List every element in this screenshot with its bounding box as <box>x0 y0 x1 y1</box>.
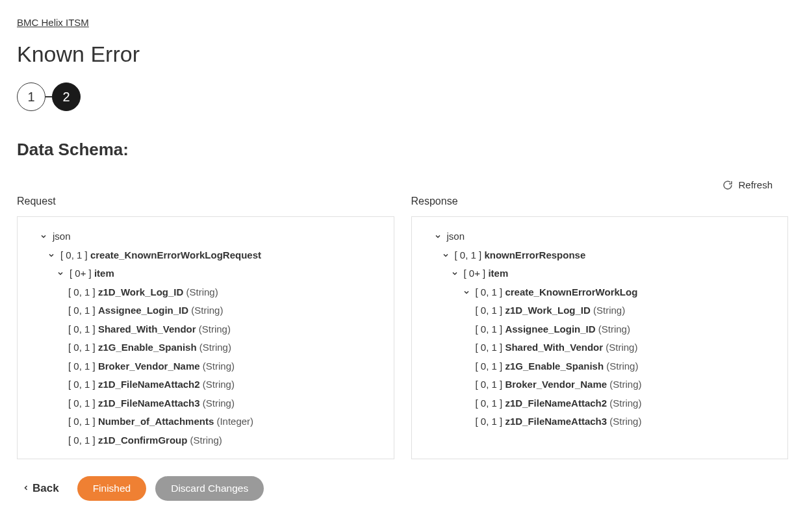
tree-leaf[interactable]: [ 0, 1 ] Shared_With_Vendor (String) <box>32 320 379 339</box>
chevron-down-icon <box>442 251 450 259</box>
tree-node-json[interactable]: json <box>32 227 379 246</box>
field-name: z1D_FileNameAttach2 <box>98 375 200 394</box>
field-name: z1D_Work_Log_ID <box>505 301 590 320</box>
tree-node[interactable]: [ 0, 1 ] create_KnownErrorWorkLogRequest <box>32 246 379 265</box>
tree-node[interactable]: [ 0, 1 ] create_KnownErrorWorkLog <box>426 283 774 302</box>
field-name: create_KnownErrorWorkLog <box>505 283 637 302</box>
section-heading: Data Schema: <box>17 140 788 160</box>
field-type: (String) <box>191 301 223 320</box>
field-type: (Integer) <box>216 412 253 431</box>
field-name: z1G_Enable_Spanish <box>505 357 604 376</box>
tree-leaf[interactable]: [ 0, 1 ] z1D_Work_Log_ID (String) <box>426 301 774 320</box>
cardinality: [ 0, 1 ] <box>476 338 503 357</box>
tree-node[interactable]: [ 0+ ] item <box>32 264 379 283</box>
cardinality: [ 0, 1 ] <box>68 394 96 413</box>
tree-node-json[interactable]: json <box>426 227 774 246</box>
field-type: (String) <box>609 394 641 413</box>
refresh-label[interactable]: Refresh <box>738 179 773 190</box>
step-2[interactable]: 2 <box>52 82 81 111</box>
cardinality: [ 0, 1 ] <box>68 283 96 302</box>
breadcrumb-link[interactable]: BMC Helix ITSM <box>17 17 89 28</box>
chevron-down-icon <box>434 233 442 240</box>
discard-changes-button[interactable]: Discard Changes <box>155 476 264 501</box>
cardinality: [ 0, 1 ] <box>455 246 482 265</box>
chevron-down-icon <box>40 233 47 240</box>
field-type: (String) <box>593 301 625 320</box>
field-type: (String) <box>186 283 218 302</box>
cardinality: [ 0, 1 ] <box>68 412 96 431</box>
cardinality: [ 0, 1 ] <box>68 375 96 394</box>
field-name: z1D_FileNameAttach3 <box>505 412 607 431</box>
tree-leaf[interactable]: [ 0, 1 ] z1D_FileNameAttach3 (String) <box>32 394 379 413</box>
tree-leaf[interactable]: [ 0, 1 ] z1D_FileNameAttach2 (String) <box>426 394 774 413</box>
chevron-down-icon <box>463 288 470 296</box>
chevron-down-icon <box>47 251 55 259</box>
cardinality: [ 0, 1 ] <box>476 357 503 376</box>
cardinality: [ 0, 1 ] <box>68 338 96 357</box>
footer-actions: Back Finished Discard Changes <box>17 476 788 501</box>
field-type: (String) <box>609 412 641 431</box>
field-name: create_KnownErrorWorkLogRequest <box>90 246 261 265</box>
request-schema-box[interactable]: json [ 0, 1 ] create_KnownErrorWorkLogRe… <box>17 216 394 459</box>
page-title: Known Error <box>17 42 788 67</box>
back-label: Back <box>32 482 59 495</box>
tree-leaf[interactable]: [ 0, 1 ] Assignee_Login_ID (String) <box>426 320 774 339</box>
field-type: (String) <box>190 431 222 450</box>
field-name: z1D_Work_Log_ID <box>98 283 183 302</box>
field-type: (String) <box>609 375 641 394</box>
tree-leaf[interactable]: [ 0, 1 ] Broker_Vendor_Name (String) <box>32 357 379 376</box>
cardinality: [ 0, 1 ] <box>68 357 96 376</box>
field-type: (String) <box>199 338 231 357</box>
cardinality: [ 0, 1 ] <box>476 375 503 394</box>
finished-button[interactable]: Finished <box>77 476 147 501</box>
field-name: z1G_Enable_Spanish <box>98 338 197 357</box>
field-name: Broker_Vendor_Name <box>98 357 200 376</box>
tree-node-label: json <box>53 227 71 246</box>
field-name: item <box>488 264 508 283</box>
refresh-icon[interactable] <box>722 180 733 190</box>
field-type: (String) <box>606 338 637 357</box>
tree-node[interactable]: [ 0+ ] item <box>426 264 774 283</box>
step-1[interactable]: 1 <box>17 82 45 111</box>
cardinality: [ 0+ ] <box>464 264 486 283</box>
tree-leaf[interactable]: [ 0, 1 ] z1D_FileNameAttach3 (String) <box>426 412 774 431</box>
tree-node[interactable]: [ 0, 1 ] knownErrorResponse <box>426 246 774 265</box>
cardinality: [ 0, 1 ] <box>476 394 503 413</box>
chevron-left-icon <box>22 482 30 495</box>
field-type: (String) <box>203 394 235 413</box>
field-name: Assignee_Login_ID <box>98 301 188 320</box>
tree-leaf[interactable]: [ 0, 1 ] z1D_FileNameAttach2 (String) <box>32 375 379 394</box>
field-type: (String) <box>598 320 630 339</box>
tree-leaf[interactable]: [ 0, 1 ] Number_of_Attachments (Integer) <box>32 412 379 431</box>
field-name: Shared_With_Vendor <box>505 338 603 357</box>
tree-leaf[interactable]: [ 0, 1 ] z1D_ConfirmGroup (String) <box>32 431 379 450</box>
response-schema-box[interactable]: json [ 0, 1 ] knownErrorResponse [ 0+ ] … <box>411 216 789 459</box>
tree-leaf[interactable]: [ 0, 1 ] Shared_With_Vendor (String) <box>426 338 774 357</box>
cardinality: [ 0, 1 ] <box>476 412 503 431</box>
field-name: z1D_FileNameAttach2 <box>505 394 607 413</box>
request-label: Request <box>17 196 394 207</box>
tree-leaf[interactable]: [ 0, 1 ] Assignee_Login_ID (String) <box>32 301 379 320</box>
tree-leaf[interactable]: [ 0, 1 ] z1G_Enable_Spanish (String) <box>32 338 379 357</box>
field-name: knownErrorResponse <box>484 246 585 265</box>
chevron-down-icon <box>451 270 459 277</box>
field-name: Number_of_Attachments <box>98 412 214 431</box>
field-name: z1D_ConfirmGroup <box>98 431 188 450</box>
field-name: z1D_FileNameAttach3 <box>98 394 200 413</box>
field-type: (String) <box>199 320 231 339</box>
tree-leaf[interactable]: [ 0, 1 ] Broker_Vendor_Name (String) <box>426 375 774 394</box>
chevron-down-icon <box>57 270 64 277</box>
request-column: Request json [ 0, 1 ] create_KnownErrorW… <box>17 196 394 459</box>
tree-leaf[interactable]: [ 0, 1 ] z1D_Work_Log_ID (String) <box>32 283 379 302</box>
cardinality: [ 0, 1 ] <box>476 301 503 320</box>
cardinality: [ 0+ ] <box>70 264 92 283</box>
response-column: Response json [ 0, 1 ] knownErrorRespons… <box>411 196 789 459</box>
cardinality: [ 0, 1 ] <box>68 431 96 450</box>
field-type: (String) <box>203 375 235 394</box>
stepper: 1 2 <box>17 82 788 111</box>
field-type: (String) <box>606 357 638 376</box>
tree-leaf[interactable]: [ 0, 1 ] z1G_Enable_Spanish (String) <box>426 357 774 376</box>
response-label: Response <box>411 196 789 207</box>
cardinality: [ 0, 1 ] <box>476 320 503 339</box>
back-button[interactable]: Back <box>22 482 68 495</box>
